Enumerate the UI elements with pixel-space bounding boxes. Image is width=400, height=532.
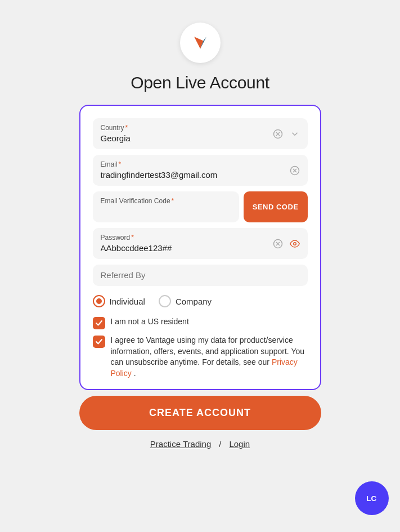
checkbox-group: I am not a US resident I agree to Vantag… <box>93 316 308 379</box>
page-title: Open Live Account <box>131 73 269 92</box>
company-label: Company <box>176 297 212 306</box>
email-field: Email * <box>93 155 308 186</box>
bottom-links: Practice Trading / Login <box>150 439 250 449</box>
password-field: Password * <box>93 228 308 259</box>
individual-radio[interactable] <box>93 295 105 307</box>
privacy-policy-link[interactable]: Privacy Policy <box>111 357 298 378</box>
us-resident-label: I am not a US resident <box>111 316 189 328</box>
password-clear-button[interactable] <box>272 238 284 250</box>
country-icons <box>272 128 301 140</box>
svg-marker-0 <box>194 37 203 49</box>
individual-option[interactable]: Individual <box>93 295 145 307</box>
chat-icon-button[interactable]: LC <box>355 481 389 515</box>
create-account-button[interactable]: CREATE ACCOUNT <box>79 396 321 430</box>
country-input[interactable] <box>101 133 300 143</box>
company-option[interactable]: Company <box>159 295 212 307</box>
account-type-group: Individual Company <box>93 292 308 311</box>
password-toggle-button[interactable] <box>289 238 301 250</box>
password-label: Password * <box>101 234 300 242</box>
verification-row: Email Verification Code * SEND CODE <box>93 191 308 222</box>
form-card: Country * Email * <box>79 105 321 390</box>
country-label: Country * <box>101 124 300 132</box>
logo <box>180 23 221 63</box>
login-link[interactable]: Login <box>229 439 250 449</box>
email-clear-button[interactable] <box>289 164 301 177</box>
svg-point-11 <box>293 242 296 245</box>
email-label: Email * <box>101 160 300 168</box>
agree-checkbox-row: I agree to Vantage using my data for pro… <box>93 335 308 379</box>
country-field: Country * <box>93 118 308 149</box>
country-clear-button[interactable] <box>272 128 284 140</box>
country-dropdown-button[interactable] <box>289 128 301 140</box>
email-icons <box>289 164 301 177</box>
password-input[interactable] <box>101 243 300 253</box>
agree-label: I agree to Vantage using my data for pro… <box>111 335 308 379</box>
us-resident-checkbox-row: I am not a US resident <box>93 316 308 329</box>
svg-text:LC: LC <box>366 494 376 503</box>
verification-label: Email Verification Code * <box>101 197 231 205</box>
agree-checkbox[interactable] <box>93 336 105 348</box>
email-input[interactable] <box>101 170 300 180</box>
verification-code-input[interactable] <box>101 207 231 216</box>
practice-trading-link[interactable]: Practice Trading <box>150 439 211 449</box>
links-separator: / <box>219 439 221 449</box>
password-icons <box>272 238 301 250</box>
referred-by-field <box>93 265 308 286</box>
individual-label: Individual <box>110 297 145 306</box>
send-code-button[interactable]: SEND CODE <box>244 191 308 222</box>
verification-input-wrap: Email Verification Code * <box>93 191 239 222</box>
us-resident-checkbox[interactable] <box>93 317 105 329</box>
company-radio[interactable] <box>159 295 171 307</box>
referred-by-input[interactable] <box>101 270 300 280</box>
